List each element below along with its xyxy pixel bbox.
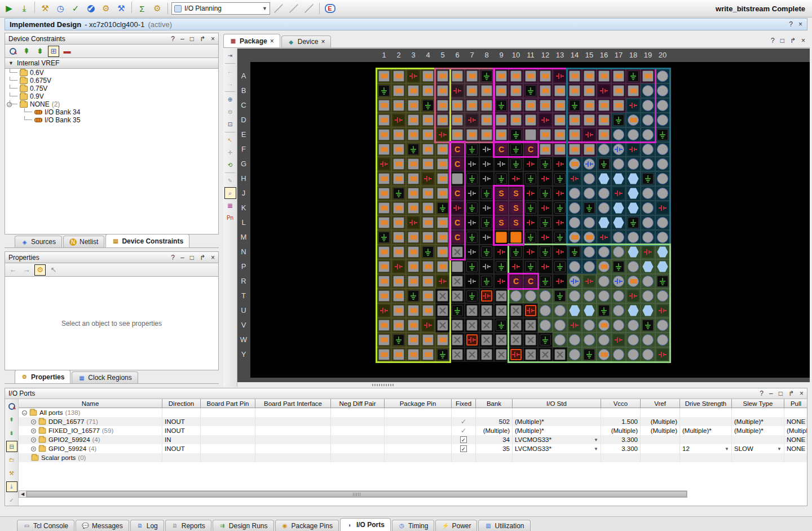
package-pin-E4[interactable] [421, 127, 435, 142]
package-pin-R10[interactable]: C [509, 274, 523, 289]
package-pin-F19[interactable] [641, 142, 655, 157]
package-pin-D16[interactable] [597, 113, 611, 127]
dock-icon[interactable]: ⇥ [224, 50, 236, 61]
package-pin-G20[interactable] [655, 157, 670, 171]
package-pin-H10[interactable] [509, 171, 523, 186]
package-pin-P12[interactable] [538, 259, 553, 274]
package-pin-T18[interactable] [626, 289, 641, 303]
bottom-tab-tcl-console[interactable]: ▭Tcl Console [17, 520, 74, 531]
expand-all-icon[interactable]: ⇟ [6, 428, 17, 439]
package-pin-J9[interactable]: S [494, 186, 509, 201]
tree-item-0.675v[interactable]: 0.675V [5, 77, 218, 85]
package-pin-E20[interactable] [655, 127, 670, 142]
package-pin-U9[interactable] [494, 303, 509, 318]
package-pin-C11[interactable] [523, 98, 538, 113]
package-pin-E5[interactable] [435, 127, 450, 142]
package-pin-B17[interactable] [611, 83, 626, 98]
package-pin-N5[interactable] [435, 245, 450, 259]
package-pin-C1[interactable] [377, 98, 391, 113]
package-pin-A9[interactable] [494, 69, 509, 83]
package-pin-L15[interactable] [582, 215, 597, 230]
package-pin-H14[interactable] [567, 171, 582, 186]
help-icon[interactable]: ? [771, 37, 775, 45]
unroute-icon[interactable]: ✎ [224, 175, 236, 187]
package-pin-E13[interactable] [553, 127, 567, 142]
package-pin-K20[interactable] [655, 201, 670, 215]
package-pin-P9[interactable] [494, 259, 509, 274]
io-port-row-all-ports[interactable]: –All ports(138) [19, 408, 807, 417]
close-icon[interactable]: × [801, 37, 805, 45]
expand-handle[interactable]: + [31, 437, 36, 442]
expand-handle[interactable]: + [31, 419, 36, 424]
scrollbar-thumb[interactable] [27, 491, 687, 497]
package-pin-Y5[interactable] [435, 347, 450, 362]
collapse-all-icon[interactable]: ⇞ [21, 46, 32, 57]
package-pin-V15[interactable] [582, 318, 597, 333]
package-pin-R2[interactable] [391, 274, 406, 289]
package-pin-J6[interactable]: C [450, 186, 465, 201]
package-pin-G4[interactable] [421, 157, 435, 171]
sigma-icon[interactable]: Σ [135, 2, 149, 15]
package-pin-M3[interactable] [406, 230, 421, 245]
tab-device-constraints[interactable]: ▤Device Constraints [105, 234, 189, 247]
package-pin-W11[interactable] [523, 333, 538, 347]
package-pin-T17[interactable] [611, 289, 626, 303]
package-pin-U19[interactable] [641, 303, 655, 318]
run-icon[interactable]: ▶ [2, 2, 16, 15]
package-pin-U12[interactable] [538, 303, 553, 318]
internal-vref-header[interactable]: ▼ Internal VREF [5, 58, 219, 69]
package-pin-A16[interactable] [597, 69, 611, 83]
package-pin-B5[interactable] [435, 83, 450, 98]
package-pin-Y4[interactable] [421, 347, 435, 362]
layout-select[interactable]: I/O Planning ▼ [171, 2, 270, 15]
package-pin-W4[interactable] [421, 333, 435, 347]
package-pin-H16[interactable] [597, 171, 611, 186]
package-pin-F6[interactable]: C [450, 142, 465, 157]
tree-item-i-o-bank-35[interactable]: I/O Bank 35 [5, 116, 218, 124]
package-pin-V5[interactable] [435, 318, 450, 333]
io-port-row-gpio-59924[interactable]: +GPIO_59924(4)INOUT✓35LVCMOS33*▼3.30012▼… [19, 444, 807, 453]
package-pin-B6[interactable] [450, 83, 465, 98]
package-pin-R4[interactable] [421, 274, 435, 289]
package-pin-U11[interactable] [523, 303, 538, 318]
package-pin-Y20[interactable] [655, 347, 670, 362]
package-pin-F8[interactable] [479, 142, 494, 157]
bottom-tab-reports[interactable]: 🗎Reports [165, 520, 211, 531]
package-pin-E14[interactable] [567, 127, 582, 142]
package-pin-N20[interactable] [655, 245, 670, 259]
package-pin-M8[interactable] [479, 230, 494, 245]
package-pin-D13[interactable] [553, 113, 567, 127]
package-pin-N13[interactable] [553, 245, 567, 259]
package-pin-C10[interactable] [509, 98, 523, 113]
package-pin-T7[interactable] [465, 289, 479, 303]
package-pin-U1[interactable] [377, 303, 391, 318]
package-pin-Y2[interactable] [391, 347, 406, 362]
package-pin-K1[interactable] [377, 201, 391, 215]
package-pin-K4[interactable] [421, 201, 435, 215]
package-pin-B14[interactable] [567, 83, 582, 98]
package-pin-E10[interactable] [509, 127, 523, 142]
package-pin-U15[interactable] [582, 303, 597, 318]
package-pin-T5[interactable] [435, 289, 450, 303]
package-pin-B10[interactable] [509, 83, 523, 98]
package-pin-K7[interactable] [465, 201, 479, 215]
package-pin-P17[interactable] [611, 259, 626, 274]
column-header-i-o-std[interactable]: I/O Std [513, 399, 601, 408]
package-pin-C6[interactable] [450, 98, 465, 113]
package-pin-H12[interactable] [538, 171, 553, 186]
package-pin-E19[interactable] [641, 127, 655, 142]
package-pin-P6[interactable] [450, 259, 465, 274]
package-pin-W12[interactable] [538, 333, 553, 347]
package-pin-E15[interactable] [582, 127, 597, 142]
minimize-icon[interactable]: – [180, 35, 184, 43]
package-pin-G7[interactable] [465, 157, 479, 171]
package-pin-U17[interactable] [611, 303, 626, 318]
maximize-icon[interactable]: □ [190, 35, 194, 43]
package-pin-N2[interactable] [391, 245, 406, 259]
column-header-board-part-pin[interactable]: Board Part Pin [201, 399, 255, 408]
package-pin-R14[interactable] [567, 274, 582, 289]
package-pin-C15[interactable] [582, 98, 597, 113]
package-pin-V13[interactable] [553, 318, 567, 333]
package-pin-T16[interactable] [597, 289, 611, 303]
package-pin-G16[interactable] [597, 157, 611, 171]
